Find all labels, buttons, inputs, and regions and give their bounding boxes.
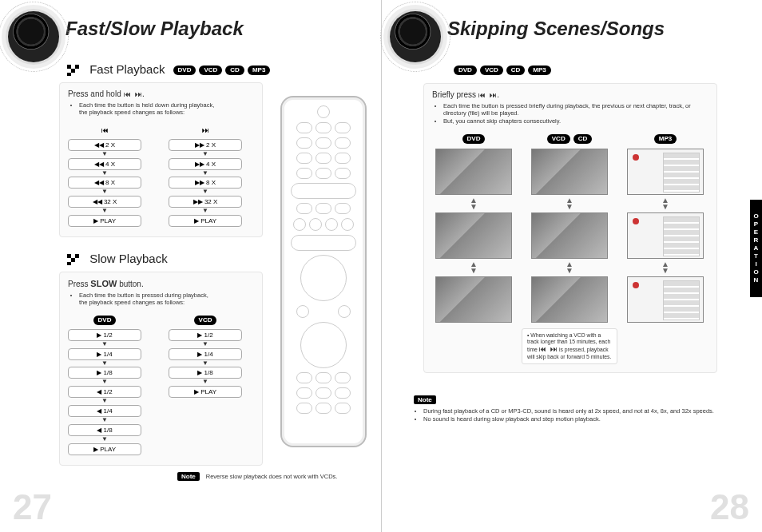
skip-bullet: Each time the button is pressed briefly … [443,102,708,117]
up-down-arrows-icon: ▲▼ [566,197,573,210]
speed-step: ◀◀ 32 X [68,196,141,208]
speaker-logo-icon [390,11,441,62]
format-pill: CD [225,66,244,75]
speaker-logo-icon [8,11,59,62]
reverse-speed-column: ⏮ ◀◀ 2 X ▼ ◀◀ 4 X ▼ ◀◀ 8 X ▼ ◀◀ 32 X ▼ ▶… [68,125,141,228]
format-pill: DVD [462,134,486,144]
speed-step: ▶ 1/2 [169,329,242,341]
scene-thumbnail [531,276,608,323]
format-pill: VCD [480,66,503,75]
up-down-arrows-icon: ▲▼ [470,261,478,274]
page-title: Skipping Scenes/Songs [447,8,752,40]
skip-instruction: Briefly press ⏮ ⏭. [432,90,708,99]
fast-instruction: Press and hold ⏮ ⏭. [68,89,254,98]
up-down-arrows-icon: ▲▼ [661,261,669,274]
page-28: Skipping Scenes/Songs OPERATION DVD VCD … [381,0,762,532]
up-down-arrows-icon: ▲▼ [470,197,478,210]
skip-bullet: But, you cannot skip chapters consecutiv… [443,117,708,125]
speed-step: ▶ PLAY [68,215,141,227]
speed-step: ▶ PLAY [68,443,141,455]
page-number: 27 [13,487,52,527]
slow-dvd-column: DVD ▶ 1/2▼ ▶ 1/4▼ ▶ 1/8▼ ◀ 1/2▼ ◀ 1/4▼ ◀… [68,315,141,457]
up-down-arrows-icon: ▲▼ [566,261,573,274]
speed-step: ▶▶ 2 X [169,139,242,151]
format-pill: DVD [454,66,477,75]
skipping-panel: Briefly press ⏮ ⏭. Each time the button … [423,83,717,373]
speed-step: ◀ 1/8 [68,424,141,436]
speed-step: ▶ 1/8 [169,367,242,379]
speed-step: ▶▶ 4 X [169,158,242,170]
mp3-ui-thumbnail [627,276,704,323]
format-pill: VCD [547,134,570,144]
skip-icons: ⏮ ⏭ [478,91,497,99]
format-pill: CD [573,134,593,144]
skip-prev-icon: ⏮ [101,126,109,134]
checker-bullet-icon [67,65,81,76]
mp3-ui-thumbnail [627,149,704,195]
section-tab: OPERATION [750,200,762,297]
format-pill: MP3 [528,66,550,75]
page-27: Fast/Slow Playback Fast Playback DVD VCD… [0,0,381,532]
speed-step: ▶ PLAY [169,215,242,227]
section-heading-fast: Fast Playback DVD VCD CD MP3 [67,62,371,76]
format-pill: DVD [173,66,196,75]
speed-step: ▶▶ 32 X [169,196,242,208]
speed-step: ▶ 1/2 [68,329,141,341]
vcd-skip-note: • When watching a VCD with a track longe… [522,328,617,364]
formats-row: DVD VCD CD MP3 [449,62,752,77]
format-pill: MP3 [248,66,270,75]
page-title: Fast/Slow Playback [65,8,371,40]
speed-step: ◀◀ 8 X [68,177,141,189]
remote-control-illustration [280,96,367,447]
up-down-arrows-icon: ▲▼ [661,197,669,210]
slow-instruction: Press SLOW button. [68,279,254,288]
format-pill: VCD [199,66,222,75]
speed-step: ◀ 1/4 [68,405,141,417]
speed-step: ◀ 1/2 [68,386,141,398]
dvd-thumbnail-column: DVD ▲▼ ▲▼ [432,134,515,364]
reverse-slow-note: Note Reverse slow playback does not work… [59,472,371,481]
note-bullet: No sound is heard during slow playback a… [423,415,733,423]
scene-thumbnail [531,212,608,259]
speed-step: ▶ PLAY [169,386,242,398]
format-pill: CD [506,66,526,75]
skip-next-icon: ⏭ [202,126,209,134]
mp3-ui-thumbnail [627,212,704,259]
speed-step: ▶ 1/4 [68,348,141,360]
note-bullet: During fast playback of a CD or MP3-CD, … [423,407,733,415]
note-block: Note During fast playback of a CD or MP3… [414,391,733,423]
scene-thumbnail [435,149,512,195]
page-number: 28 [710,487,749,527]
checker-bullet-icon [67,254,81,265]
note-label: Note [414,395,436,404]
speed-step: ◀◀ 2 X [68,139,141,151]
format-pill: VCD [194,316,217,325]
fast-playback-panel: Press and hold ⏮ ⏭. Each time the button… [59,82,263,237]
skip-icons: ⏮ ⏭ [124,90,142,98]
speed-step: ▶ 1/8 [68,367,141,379]
forward-speed-column: ⏭ ▶▶ 2 X ▼ ▶▶ 4 X ▼ ▶▶ 8 X ▼ ▶▶ 32 X ▼ ▶… [169,125,242,228]
note-label: Note [177,472,200,481]
vcd-cd-thumbnail-column: VCD CD ▲▼ ▲▼ • When watching a VCD with … [528,134,611,364]
speed-step: ▶ 1/4 [169,348,242,360]
format-pill: DVD [93,316,117,325]
speed-step: ◀◀ 4 X [68,158,141,170]
format-pill-row: DVD VCD CD MP3 [173,66,271,75]
slow-playback-panel: Press SLOW button. Each time the button … [59,272,263,466]
scene-thumbnail [531,149,608,195]
format-pill: MP3 [654,134,677,144]
speed-step: ▶▶ 8 X [169,177,242,189]
scene-thumbnail [435,212,512,259]
scene-thumbnail [435,276,512,323]
slow-vcd-column: VCD ▶ 1/2▼ ▶ 1/4▼ ▶ 1/8▼ ▶ PLAY [169,315,242,457]
mp3-thumbnail-column: MP3 ▲▼ ▲▼ [624,134,707,364]
